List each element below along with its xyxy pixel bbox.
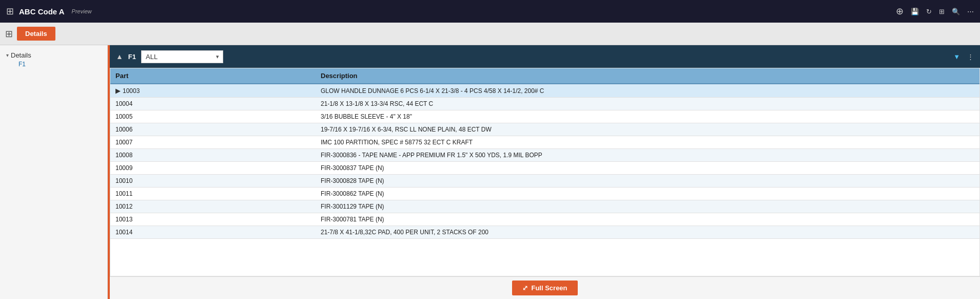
table-row[interactable]: 10008FIR-3000836 - TAPE NAME - APP PREMI… [110, 149, 979, 162]
cell-part: 10007 [110, 136, 316, 149]
fullscreen-bar: ⤢ Full Screen [110, 276, 980, 299]
fullscreen-label: Full Screen [531, 284, 567, 292]
table-body: ▶10003GLOW HANDLE DUNNAGE 6 PCS 6-1/4 X … [110, 84, 979, 239]
table-row[interactable]: 10007IMC 100 PARTITION, SPEC # 58775 32 … [110, 136, 979, 149]
cell-part: 10013 [110, 213, 316, 226]
panel-dropdown-wrapper: ALL [141, 50, 223, 63]
cell-description: FIR-3000862 TAPE (N) [316, 188, 979, 200]
sidebar-section-label: Details [11, 51, 31, 59]
cell-part: 10004 [110, 98, 316, 110]
search-icon[interactable]: 🔍 [952, 8, 960, 15]
fullscreen-icon: ⤢ [522, 284, 528, 292]
cell-part: 10014 [110, 226, 316, 239]
table-row[interactable]: 10011FIR-3000862 TAPE (N) [110, 188, 979, 200]
cell-description: FIR-3000837 TAPE (N) [316, 162, 979, 175]
cell-part: 10008 [110, 149, 316, 162]
table-row[interactable]: 10010FIR-3000828 TAPE (N) [110, 175, 979, 188]
col-description: Description [316, 68, 979, 84]
cell-description: 21-1/8 X 13-1/8 X 13-3/4 RSC, 44 ECT C [316, 98, 979, 110]
cell-description: IMC 100 PARTITION, SPEC # 58775 32 ECT C… [316, 136, 979, 149]
panel-collapse-button[interactable]: ▲ [116, 52, 123, 61]
cell-part: 10009 [110, 162, 316, 175]
app-grid-icon[interactable]: ⊞ [6, 6, 14, 17]
top-bar-left: ⊞ ABC Code A Preview [6, 6, 92, 17]
panel-label: F1 [128, 53, 136, 61]
table-header-row: Part Description [110, 68, 979, 84]
table-row[interactable]: 10013FIR-3000781 TAPE (N) [110, 213, 979, 226]
row-indicator-icon: ▶ [115, 87, 121, 95]
plus-icon[interactable]: ⊕ [896, 6, 904, 17]
cell-description: FIR-3000781 TAPE (N) [316, 213, 979, 226]
sidebar-section-details: ▾ Details F1 [0, 49, 107, 71]
panel-dropdown[interactable]: ALL [141, 50, 223, 63]
filter-icon[interactable]: ▼ [953, 53, 960, 61]
fullscreen-button[interactable]: ⤢ Full Screen [512, 281, 577, 295]
table-row[interactable]: 10012FIR-3001129 TAPE (N) [110, 200, 979, 213]
cell-part: 10010 [110, 175, 316, 188]
col-part: Part [110, 68, 316, 84]
table-row[interactable]: 1000619-7/16 X 19-7/16 X 6-3/4, RSC LL N… [110, 123, 979, 136]
preview-badge: Preview [72, 8, 92, 14]
main-layout: ▾ Details F1 ▲ F1 ALL ▼ ⋮ [0, 45, 980, 299]
table-row[interactable]: 1001421-7/8 X 41-1/8,32C PAD, 400 PER UN… [110, 226, 979, 239]
panel-header-right: ▼ ⋮ [953, 53, 974, 61]
panel-more-icon[interactable]: ⋮ [967, 53, 974, 61]
top-bar: ⊞ ABC Code A Preview ⊕ 💾 ↻ ⊞ 🔍 ⋯ [0, 0, 980, 23]
cell-part: 10011 [110, 188, 316, 200]
top-bar-right: ⊕ 💾 ↻ ⊞ 🔍 ⋯ [896, 6, 974, 17]
app-title: ABC Code A [19, 7, 65, 16]
cell-description: FIR-3000836 - TAPE NAME - APP PREMIUM FR… [316, 149, 979, 162]
save-icon[interactable]: 💾 [911, 8, 919, 15]
sidebar-toggle-icon[interactable]: ⊞ [5, 28, 13, 40]
refresh-icon[interactable]: ↻ [926, 8, 932, 15]
parts-table: Part Description ▶10003GLOW HANDLE DUNNA… [110, 68, 979, 239]
details-button[interactable]: Details [17, 27, 55, 41]
table-row[interactable]: 10009FIR-3000837 TAPE (N) [110, 162, 979, 175]
left-sidebar: ▾ Details F1 [0, 45, 108, 299]
sidebar-section-title[interactable]: ▾ Details [6, 51, 101, 59]
cell-description: 21-7/8 X 41-1/8,32C PAD, 400 PER UNIT, 2… [316, 226, 979, 239]
grid-icon[interactable]: ⊞ [939, 8, 945, 15]
table-wrapper: Part Description ▶10003GLOW HANDLE DUNNA… [110, 68, 980, 276]
cell-description: 3/16 BUBBLE SLEEVE - 4" X 18" [316, 110, 979, 123]
table-row[interactable]: 100053/16 BUBBLE SLEEVE - 4" X 18" [110, 110, 979, 123]
panel-header: ▲ F1 ALL ▼ ⋮ [110, 45, 980, 68]
cell-description: FIR-3001129 TAPE (N) [316, 200, 979, 213]
cell-part: 10012 [110, 200, 316, 213]
cell-description: FIR-3000828 TAPE (N) [316, 175, 979, 188]
more-icon[interactable]: ⋯ [967, 8, 974, 15]
chevron-icon: ▾ [6, 52, 9, 58]
cell-part: 10005 [110, 110, 316, 123]
cell-part: 10006 [110, 123, 316, 136]
table-header: Part Description [110, 68, 979, 84]
cell-part: ▶10003 [110, 84, 316, 98]
cell-description: 19-7/16 X 19-7/16 X 6-3/4, RSC LL NONE P… [316, 123, 979, 136]
second-bar: ⊞ Details [0, 23, 980, 45]
table-row[interactable]: ▶10003GLOW HANDLE DUNNAGE 6 PCS 6-1/4 X … [110, 84, 979, 98]
content-area: ▲ F1 ALL ▼ ⋮ Part Description [110, 45, 980, 299]
table-row[interactable]: 1000421-1/8 X 13-1/8 X 13-3/4 RSC, 44 EC… [110, 98, 979, 110]
cell-description: GLOW HANDLE DUNNAGE 6 PCS 6-1/4 X 21-3/8… [316, 84, 979, 98]
sidebar-child-f1[interactable]: F1 [6, 59, 101, 69]
